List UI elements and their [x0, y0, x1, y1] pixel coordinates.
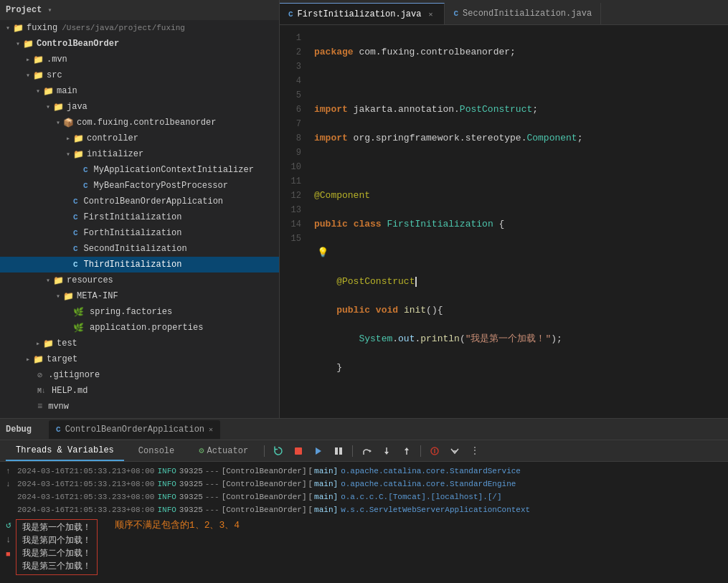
tree-item-target[interactable]: ▸ 📁 target — [0, 351, 279, 367]
tree-item-main[interactable]: ▾ 📁 main — [0, 83, 279, 99]
console-row-4: 2024-03-16T21:05:33.233+08:00 INFO 39325… — [6, 503, 722, 516]
tree-item-initializer[interactable]: ▾ 📁 initializer — [0, 146, 279, 162]
more-button[interactable]: ⋮ — [467, 443, 483, 459]
tree-item-app-props[interactable]: 🌿 application.properties — [0, 320, 279, 336]
line-numbers: 1 2 3 4 5 6 7 8 9 10 11 12 13 14 15 — [280, 25, 308, 418]
log-ts-4: 2024-03-16T21:05:33.233+08:00 — [17, 503, 154, 516]
code-line-9: @PostConstruct — [314, 275, 728, 289]
project-title: Project — [6, 5, 42, 15]
debug-tab-actuator[interactable]: ⚙ Actuator — [189, 441, 258, 461]
log-pid-2: 39325 — [179, 478, 203, 490]
tree-item-mybean[interactable]: C MyBeanFactoryPostProcessor — [0, 178, 279, 194]
tree-item-spring-factories[interactable]: 🌿 spring.factories — [0, 304, 279, 320]
tab-close-1[interactable]: ✕ — [425, 9, 435, 19]
log-app-2: [ControlBeanOrder] — [222, 478, 307, 490]
tree-item-controller[interactable]: ▸ 📁 controller — [0, 131, 279, 146]
run-to-cursor-button[interactable] — [427, 443, 443, 459]
stop-icon-left[interactable]: ■ — [6, 548, 11, 561]
tree-item-fuxing[interactable]: ▾ 📁 fuxing /Users/java/project/fuxing — [0, 20, 279, 36]
java-icon-first-init: C — [73, 213, 78, 222]
log-level-3: INFO — [157, 490, 176, 503]
pause-button[interactable] — [331, 443, 346, 459]
tree-item-mvn[interactable]: ▸ 📁 .mvn — [0, 52, 279, 67]
nav-icon-2: ↓ — [6, 478, 17, 490]
tree-item-meta-inf[interactable]: ▾ 📁 META-INF — [0, 288, 279, 304]
log-thread-1: main] — [314, 465, 338, 478]
rerun-icon-left[interactable]: ↺ — [6, 519, 11, 532]
tree-item-third-init[interactable]: C ThirdInitialization — [0, 257, 279, 272]
console-row-2: ↓ 2024-03-16T21:05:33.213+08:00 INFO 393… — [6, 478, 722, 490]
step-over-button[interactable] — [359, 443, 374, 459]
tree-arrow-java: ▾ — [43, 103, 53, 111]
package-icon-com-fuxing: 📦 — [63, 118, 74, 128]
project-dropdown-icon[interactable]: ▾ — [47, 6, 52, 14]
log-app-3: [ControlBeanOrder] — [222, 490, 307, 503]
tree-item-src[interactable]: ▾ 📁 src — [0, 67, 279, 83]
tree-item-first-init[interactable]: C FirstInitialization — [0, 209, 279, 225]
tree-item-help-md[interactable]: M↓ HELP.md — [0, 383, 279, 399]
log-bracket-2: [ — [308, 478, 313, 490]
tree-arrow-initializer: ▾ — [63, 150, 73, 158]
icon-row-down: ↓ — [6, 534, 11, 546]
debug-session-close[interactable]: ✕ — [209, 425, 213, 434]
log-pid-3: 39325 — [179, 490, 203, 503]
debug-tab-console[interactable]: Console — [128, 441, 184, 461]
rerun-button[interactable] — [270, 443, 286, 459]
step-out-button[interactable] — [399, 443, 415, 459]
stop-button[interactable] — [290, 443, 306, 459]
tree-item-controlbeanorder[interactable]: ▾ 📁 ControlBeanOrder — [0, 36, 279, 52]
tree-item-cbo-app[interactable]: C ControlBeanOrderApplication — [0, 194, 279, 209]
output-section: ↺ ↓ ■ 我是第一个加载！ 我是 — [6, 519, 722, 575]
evaluate-button[interactable] — [447, 443, 463, 459]
tree-label-resources: resources — [67, 275, 113, 285]
tree-item-second-init[interactable]: C SecondInitialization — [0, 241, 279, 257]
tree-arrow-main: ▾ — [33, 87, 43, 95]
debug-tab-threads[interactable]: Threads & Variables — [6, 441, 124, 461]
tree-label-initializer: initializer — [87, 149, 143, 159]
actuator-label: Actuator — [207, 446, 248, 456]
output-note: 顺序不满足包含的1、2、3、4 — [115, 519, 240, 532]
output-line-3: 我是第二个加载！ — [22, 547, 91, 560]
editor-panel: C FirstInitialization.java ✕ C SecondIni… — [280, 0, 728, 418]
svg-marker-9 — [405, 447, 409, 450]
log-sep-2: --- — [205, 478, 219, 490]
tab-first-init[interactable]: C FirstInitialization.java ✕ — [280, 3, 445, 24]
log-class-4: w.s.c.ServletWebServerApplicationContext — [341, 503, 530, 516]
nav-icon-3 — [6, 490, 17, 503]
tree-arrow-target: ▸ — [23, 355, 33, 364]
tree-item-resources[interactable]: ▾ 📁 resources — [0, 272, 279, 288]
tab-second-init[interactable]: C SecondInitialization.java — [445, 3, 601, 24]
tree-item-com-fuxing[interactable]: ▾ 📦 com.fuxing.controlbeanorder — [0, 115, 279, 131]
debug-console: ↑ 2024-03-16T21:05:33.213+08:00 INFO 393… — [0, 462, 728, 583]
step-into-button[interactable] — [379, 443, 394, 459]
tree-item-mvnw[interactable]: ≡ mvnw — [0, 399, 279, 414]
folder-icon-test: 📁 — [43, 338, 54, 349]
tab-java-icon-1: C — [288, 10, 293, 19]
code-line-7: ◈ public class FirstInitialization { — [314, 217, 728, 232]
svg-rect-2 — [335, 447, 338, 455]
log-sep-1: --- — [205, 465, 219, 478]
code-line-2 — [314, 74, 728, 88]
tree-item-gitignore[interactable]: ⊘ .gitignore — [0, 367, 279, 383]
output-text-4: 我是第三个加载！ — [22, 560, 91, 573]
lightbulb-icon: 💡 — [317, 246, 328, 260]
java-icon-mybean: C — [83, 181, 88, 190]
code-content[interactable]: package com.fuxing.controlbeanorder; imp… — [308, 25, 728, 418]
tab-java-icon-2: C — [453, 9, 458, 18]
tree-arrow-cbo: ▾ — [13, 39, 23, 48]
log-sep-4: --- — [205, 503, 219, 516]
tree-item-test[interactable]: ▸ 📁 test — [0, 336, 279, 351]
tree-item-forth-init[interactable]: C ForthInitialization — [0, 225, 279, 241]
console-row-1: ↑ 2024-03-16T21:05:33.213+08:00 INFO 393… — [6, 465, 722, 478]
debug-session-tab[interactable]: C ControlBeanOrderApplication ✕ — [49, 420, 220, 439]
folder-icon-target: 📁 — [33, 354, 44, 365]
svg-marker-4 — [369, 450, 372, 452]
tree-item-java[interactable]: ▾ 📁 java — [0, 99, 279, 115]
log-thread-4: main] — [314, 503, 338, 516]
spring-icon-factories: 🌿 — [73, 307, 84, 318]
output-text-2: 我是第四个加载！ — [22, 534, 91, 547]
resume-button[interactable] — [311, 443, 326, 459]
tree-label-cbo: ControlBeanOrder — [37, 39, 119, 49]
nav-icon-1: ↑ — [6, 465, 17, 478]
tree-item-myapp[interactable]: C MyApplicationContextInitializer — [0, 162, 279, 178]
